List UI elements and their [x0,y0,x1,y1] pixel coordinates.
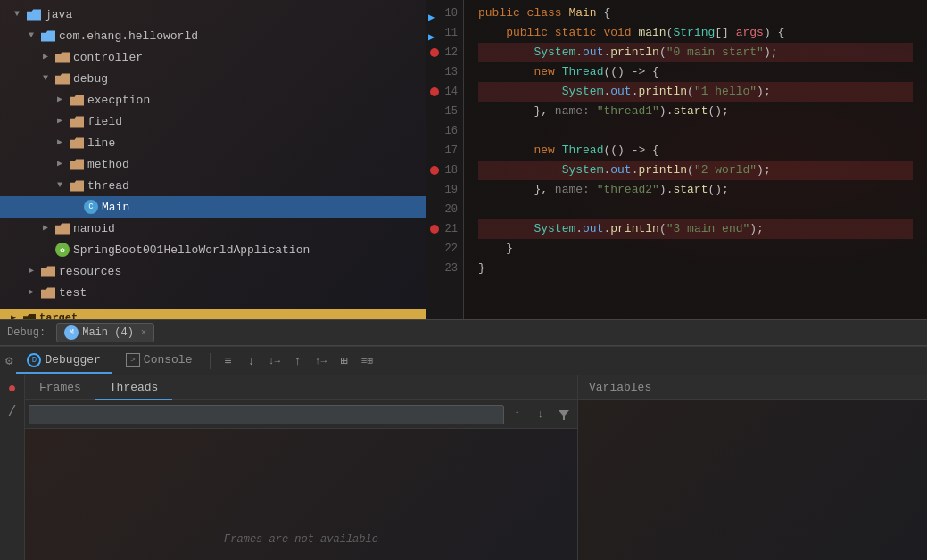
tree-item-springboot[interactable]: ✿ SpringBoot001HelloWorldApplication [0,239,426,260]
arrow-com [25,29,37,42]
line-10: ▶ 10 [426,4,463,23]
code-editor-area: ▶ 10 ▶ 11 12 13 14 [426,0,927,319]
left-debug-strip: ● / [0,375,25,560]
tree-label-debug: debug [73,72,108,86]
tree-label-resources: resources [59,265,121,278]
btn-step-into[interactable]: ↓→ [264,351,284,371]
code-lines: public class Main { public static void m… [464,0,927,319]
line-12: 12 [426,43,463,62]
code-line-16 [478,121,913,141]
tree-item-test[interactable]: test [0,282,426,303]
funnel-icon [558,408,570,421]
spring-file-icon: ✿ [55,243,70,257]
tree-label-field: field [87,115,122,128]
folder-icon-thread [70,178,84,193]
arrow-line [54,136,66,149]
main-session-icon: M [64,325,79,340]
mute-btn[interactable]: / [3,402,22,422]
debug-session-close[interactable]: × [141,327,147,338]
tree-label-springboot: SpringBoot001HelloWorldApplication [73,243,310,257]
variables-body [578,400,927,560]
tree-item-com[interactable]: com.ehang.helloworld [0,25,426,46]
target-bar-label: target [39,312,78,319]
variables-header-label: Variables [589,381,651,394]
tree-label-nanoid: nanoid [73,222,115,235]
folder-icon-line [70,136,84,150]
debugger-tab-label: Debugger [45,348,100,373]
gear-icon[interactable]: ⚙ [5,353,12,368]
code-line-12: System.out.println("0 main start"); [478,43,913,62]
target-bar[interactable]: target [0,309,426,319]
code-line-17: new Thread(() -> { [478,141,913,161]
tree-item-execption[interactable]: execption [0,89,426,111]
frames-tab-label: Frames [39,381,81,394]
not-available-text: Frames are not available [224,533,378,546]
tab-console[interactable]: > Console [115,349,203,374]
folder-icon-target [23,312,36,319]
tab-frames[interactable]: Frames [25,375,95,400]
toolbar-separator [210,353,211,369]
line-23: 23 [426,259,463,278]
code-line-11: public static void main(String[] args) { [478,23,913,43]
tree-item-java[interactable]: java [0,4,426,25]
code-line-23: } [478,259,913,278]
debug-bar: Debug: M Main (4) × [0,319,927,346]
code-line-15: }, name: "thread1").start(); [478,102,913,121]
arrow-method [54,158,66,170]
code-line-22: } [478,239,913,259]
debug-session-tab[interactable]: M Main (4) × [56,323,154,342]
arrow-debug [39,72,52,85]
tree-label-thread: thread [87,179,129,193]
tree-item-field[interactable]: field [0,111,426,132]
frames-dropdown[interactable] [29,405,504,424]
folder-icon-debug [55,71,70,86]
code-line-21: System.out.println("3 main end"); [478,219,913,239]
folder-icon-execption [70,93,84,107]
btn-more[interactable]: ≡⊞ [357,351,377,371]
line-15: 15 [426,102,463,121]
tree-label-main: Main [102,201,129,214]
arrow-field [54,115,66,128]
frames-tab-row: Frames Threads [25,375,577,400]
filter-down-btn[interactable]: ↓ [531,405,550,424]
tree-label-line: line [87,136,115,150]
tab-threads[interactable]: Threads [95,375,173,400]
line-21: 21 [426,219,463,239]
tree-item-debug[interactable]: debug [0,68,426,89]
bottom-panel: ⚙ D Debugger > Console ≡ ↓ ↓→ ↑ ↑→ ⊞ ≡⊞ … [0,346,927,560]
code-line-19: }, name: "thread2").start(); [478,180,913,200]
tree-item-thread[interactable]: thread [0,175,426,196]
tree-label-execption: execption [87,94,150,107]
line-16: 16 [426,121,463,141]
debugger-icon: D [27,353,41,367]
tree-item-method[interactable]: method [0,153,426,175]
folder-icon-resources [41,264,55,278]
folder-icon-controller [55,50,70,64]
arrow-thread [54,179,66,192]
tree-item-nanoid[interactable]: nanoid [0,218,426,239]
frames-panel: Frames Threads ↑ ↓ [25,375,578,560]
btn-step-out[interactable]: ↑ [287,351,307,371]
tab-debugger[interactable]: D Debugger [16,349,111,374]
tree-item-main[interactable]: C Main [0,196,426,218]
breakpoint-21 [430,225,439,234]
file-tree: java com.ehang.helloworld controller deb… [0,0,426,319]
tree-item-line[interactable]: line [0,132,426,153]
btn-step-over[interactable]: ↓ [241,351,261,371]
code-line-18: System.out.println("2 world"); [478,161,913,180]
breakpoint-toggle-btn[interactable]: ● [3,379,22,399]
line-17: 17 [426,141,463,161]
line-18: 18 [426,161,463,180]
filter-up-btn[interactable]: ↑ [508,405,527,424]
tree-item-resources[interactable]: resources [0,260,426,282]
code-line-14: System.out.println("1 hello"); [478,82,913,102]
code-line-20 [478,200,913,219]
folder-icon-method [70,157,84,171]
variables-header: Variables [578,375,927,400]
btn-list[interactable]: ≡ [218,351,237,371]
tree-item-controller[interactable]: controller [0,46,426,68]
btn-run-cursor[interactable]: ↑→ [310,351,330,371]
filter-btn[interactable] [554,405,574,424]
btn-evaluate[interactable]: ⊞ [334,351,353,371]
svg-marker-0 [559,410,569,420]
